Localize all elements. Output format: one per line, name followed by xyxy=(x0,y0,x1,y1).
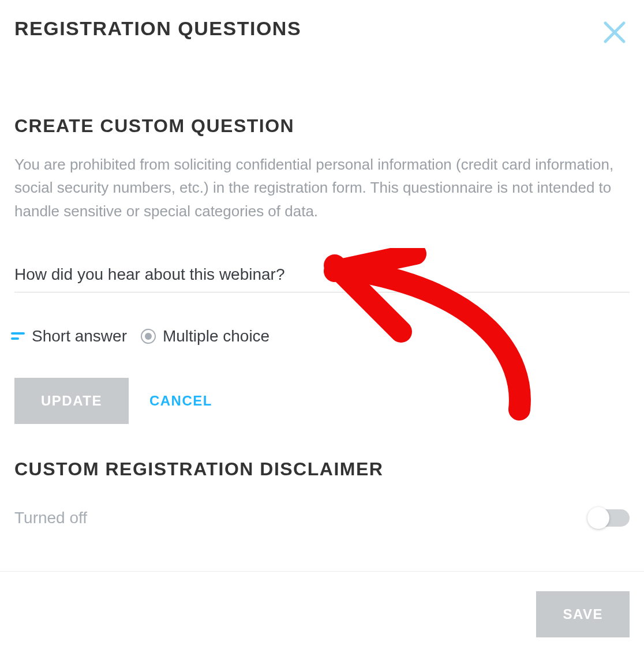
multiple-choice-option[interactable]: Multiple choice xyxy=(141,327,269,346)
radio-icon xyxy=(141,329,156,344)
disclaimer-heading: Custom Registration Disclaimer xyxy=(14,459,630,480)
multiple-choice-label: Multiple choice xyxy=(163,327,269,346)
short-answer-option[interactable]: Short answer xyxy=(11,327,127,346)
short-answer-icon xyxy=(11,332,25,340)
question-text-input[interactable] xyxy=(14,257,630,292)
close-button[interactable] xyxy=(600,17,630,49)
save-button[interactable]: Save xyxy=(536,591,630,637)
cancel-button[interactable]: Cancel xyxy=(149,393,212,409)
update-button[interactable]: Update xyxy=(14,378,129,424)
form-buttons: Update Cancel xyxy=(14,378,630,424)
disclaimer-toggle[interactable] xyxy=(589,509,630,527)
short-answer-label: Short answer xyxy=(32,327,127,346)
footer: Save xyxy=(0,571,644,657)
close-icon xyxy=(602,20,627,45)
question-description: You are prohibited from soliciting confi… xyxy=(14,153,630,223)
create-question-heading: Create Custom Question xyxy=(14,115,630,137)
question-type-options: Short answer Multiple choice xyxy=(11,327,630,346)
disclaimer-status-label: Turned off xyxy=(14,509,87,527)
disclaimer-row: Turned off xyxy=(14,509,630,527)
toggle-knob xyxy=(587,507,609,529)
page-title: Registration Questions xyxy=(14,17,301,40)
header: Registration Questions xyxy=(14,17,630,49)
